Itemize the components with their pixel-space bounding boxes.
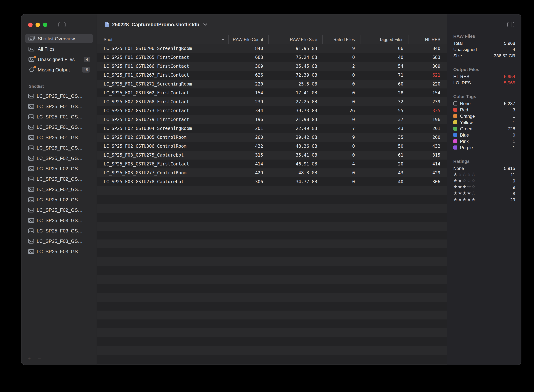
column-header-raw-file-count[interactable]: RAW File Count — [228, 35, 268, 44]
table-header: Shot RAW File Count RAW File Size Rated … — [97, 35, 447, 44]
table-row[interactable]: LC_SP25_F01_GSTU271_ScreeningRoom22025.5… — [97, 79, 447, 89]
column-header-rated-files[interactable]: Rated Files — [322, 35, 360, 44]
empty-table-row — [97, 346, 447, 355]
remove-shot-button[interactable]: − — [37, 355, 41, 361]
cell-raw-file-size: 48.36 GB — [268, 144, 322, 149]
cell-hi-res: 621 — [409, 73, 447, 78]
table-row[interactable]: LC_SP25_F02_GSTU279_FirstContact19621.98… — [97, 115, 447, 124]
zoom-window-button[interactable] — [43, 23, 47, 27]
table-row[interactable]: LC_SP25_F02_GSTU273_FirstContact34439.73… — [97, 106, 447, 115]
cell-rated-files: 0 — [322, 99, 360, 104]
toggle-right-sidebar-button[interactable] — [507, 22, 514, 27]
cell-tagged-files: 40 — [360, 179, 409, 184]
cell-hi-res: 429 — [409, 170, 447, 175]
sidebar-right-icon — [507, 22, 514, 27]
cell-raw-file-count: 239 — [228, 99, 268, 104]
empty-table-row — [97, 337, 447, 346]
cell-hi-res: 196 — [409, 117, 447, 122]
table-row[interactable]: LC_SP25_F02_GSTU305_ControlRoom26029.42 … — [97, 133, 447, 142]
sidebar-shot-item[interactable]: LC_SP25_F02_GSTU304_ScreeningRoom — [25, 184, 93, 194]
raw-files-section: RAW Files Total 5,968 Unassigned 4 Size … — [453, 34, 515, 59]
column-header-tagged-files[interactable]: Tagged Files — [360, 35, 409, 44]
sidebar-shot-item[interactable]: LC_SP25_F01_GSTU271_ScreeningRoom — [25, 132, 93, 143]
shot-name: LC_SP25_F01_GSTU302_FirstContact — [37, 145, 85, 150]
minimize-window-button[interactable] — [36, 23, 40, 27]
rating-count: 0 — [513, 178, 515, 183]
filled-stars: ★ — [453, 172, 458, 177]
cell-tagged-files: 66 — [360, 46, 409, 51]
cell-raw-file-size: 27.25 GB — [268, 99, 322, 104]
empty-table-row — [97, 302, 447, 311]
sidebar-shot-item[interactable]: LC_SP25_F03_GSTU276_FirstContact — [25, 225, 93, 236]
table-row[interactable]: LC_SP25_F01_GSTU302_FirstContact15417.41… — [97, 89, 447, 97]
close-window-button[interactable] — [28, 23, 33, 27]
cell-rated-files: 2 — [322, 64, 360, 69]
photo-icon — [28, 135, 34, 140]
rating-label: ★★☆☆☆ — [453, 179, 476, 183]
color-tag-row: Yellow 1 — [453, 119, 515, 126]
add-shot-button[interactable]: + — [27, 355, 31, 361]
table-row[interactable]: LC_SP25_F01_GSTU266_FirstContact30935.45… — [97, 62, 447, 71]
stat-value: 5,965 — [504, 80, 515, 85]
cell-shot: LC_SP25_F02_GSTU306_ControlRoom — [97, 144, 228, 149]
sidebar-shot-item[interactable]: LC_SP25_F01_GSTU265_FirstContact — [25, 101, 93, 112]
cell-raw-file-count: 429 — [228, 170, 268, 175]
cell-raw-file-count: 196 — [228, 117, 268, 122]
sidebar-shot-item[interactable]: LC_SP25_F03_GSTU278_Capturebot — [25, 246, 93, 257]
empty-table-row — [97, 195, 447, 204]
sidebar-item-all-files[interactable]: All Files — [25, 44, 93, 54]
sidebar-item-missing-output[interactable]: Missing Output 15 — [25, 65, 93, 75]
table-row[interactable]: LC_SP25_F03_GSTU276_FirstContact41446.91… — [97, 159, 447, 168]
cell-hi-res: 306 — [409, 179, 447, 184]
table-row[interactable]: LC_SP25_F03_GSTU275_Capturebot31535.41 G… — [97, 151, 447, 159]
column-header-hi-res[interactable]: HI_RES — [409, 35, 447, 44]
table-row[interactable]: LC_SP25_F01_GSTU267_FirstContact62672.39… — [97, 71, 447, 79]
shot-name: LC_SP25_F03_GSTU275_Capturebot — [37, 217, 85, 223]
section-title: Output Files — [453, 67, 515, 72]
sidebar-shot-item[interactable]: LC_SP25_F01_GSTU206_ScreeningRoom — [25, 91, 93, 101]
color-swatch — [453, 139, 457, 143]
sidebar-shot-item[interactable]: LC_SP25_F01_GSTU302_FirstContact — [25, 143, 93, 153]
cell-raw-file-size: 72.39 GB — [268, 73, 322, 78]
table-row[interactable]: LC_SP25_F01_GSTU265_FirstContact68375.24… — [97, 53, 447, 62]
table-row[interactable]: LC_SP25_F03_GSTU277_ControlRoom42948.3 G… — [97, 168, 447, 177]
color-swatch — [453, 120, 457, 124]
table-row[interactable]: LC_SP25_F02_GSTU306_ControlRoom43248.36 … — [97, 142, 447, 151]
document-menu-button[interactable] — [203, 23, 207, 26]
sidebar-shot-item[interactable]: LC_SP25_F02_GSTU268_FirstContact — [25, 153, 93, 163]
sidebar-shot-item[interactable]: LC_SP25_F02_GSTU306_ControlRoom — [25, 205, 93, 215]
sidebar-shot-item[interactable]: LC_SP25_F01_GSTU267_FirstContact — [25, 122, 93, 132]
cell-raw-file-size: 46.91 GB — [268, 161, 322, 167]
cell-hi-res: 315 — [409, 153, 447, 158]
table-row[interactable]: LC_SP25_F01_GSTU206_ScreeningRoom84091.9… — [97, 44, 447, 53]
color-tag-label: Red — [460, 107, 468, 112]
shot-name: LC_SP25_F02_GSTU268_FirstContact — [37, 155, 85, 161]
rating-label: ★★★★☆ — [453, 191, 476, 196]
sidebar-shot-item[interactable]: LC_SP25_F02_GSTU279_FirstContact — [25, 174, 93, 184]
stat-label: LO_RES — [453, 80, 471, 85]
table-row[interactable]: LC_SP25_F02_GSTU268_FirstContact23927.25… — [97, 97, 447, 106]
window-controls — [28, 23, 47, 27]
cell-hi-res: 239 — [409, 99, 447, 104]
toggle-left-sidebar-button[interactable] — [58, 22, 65, 27]
output-files-section: Output Files HI_RES 5,954 LO_RES 5,965 — [453, 67, 515, 86]
cell-hi-res: 414 — [409, 161, 447, 167]
table-row[interactable]: LC_SP25_F02_GSTU304_ScreeningRoom20122.4… — [97, 124, 447, 133]
color-swatch — [453, 114, 457, 118]
color-swatch — [453, 145, 457, 149]
sidebar-shot-item[interactable]: LC_SP25_F03_GSTU277_ControlRoom — [25, 236, 93, 246]
cell-tagged-files: 35 — [360, 135, 409, 140]
sidebar-shot-item[interactable]: LC_SP25_F03_GSTU275_Capturebot — [25, 215, 93, 225]
column-header-raw-file-size[interactable]: RAW File Size — [268, 35, 322, 44]
cell-hi-res: 201 — [409, 126, 447, 131]
sidebar-shot-item[interactable]: LC_SP25_F01_GSTU266_FirstContact — [25, 112, 93, 122]
column-header-shot[interactable]: Shot — [97, 35, 228, 44]
sidebar-item-unassigned-files[interactable]: Unassigned Files 4 — [25, 54, 93, 64]
sidebar-shot-item[interactable]: LC_SP25_F02_GSTU305_ControlRoom — [25, 194, 93, 205]
empty-table-row — [97, 204, 447, 213]
table-row[interactable]: LC_SP25_F03_GSTU278_Capturebot30634.77 G… — [97, 177, 447, 186]
cell-shot: LC_SP25_F02_GSTU273_FirstContact — [97, 108, 228, 113]
rating-count: 9 — [513, 185, 515, 190]
sidebar-shot-item[interactable]: LC_SP25_F02_GSTU273_FirstContact — [25, 163, 93, 174]
sidebar-item-shotlist-overview[interactable]: Shotlist Overview — [25, 34, 93, 43]
